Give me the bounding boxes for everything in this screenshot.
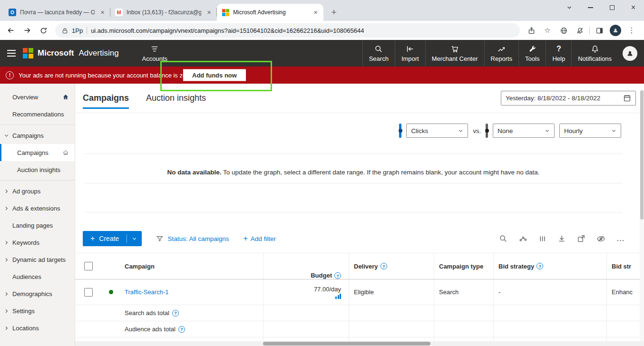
nav-tools[interactable]: Tools — [518, 40, 546, 67]
add-funds-button[interactable]: Add funds now — [183, 69, 246, 81]
reload-icon[interactable] — [36, 23, 50, 38]
primary-metric-dropdown[interactable]: Clicks — [406, 124, 468, 138]
interval-dropdown[interactable]: Hourly — [559, 124, 621, 138]
menu-kebab-icon[interactable]: ⋮ — [625, 24, 638, 37]
browser-tab-gmail[interactable]: M Inbox (13,613) - f2lacunza@gma × — [110, 4, 217, 21]
browser-tab-microsoft-advertising[interactable]: Microsoft Advertising × — [217, 4, 323, 21]
column-label: Bid strategy — [498, 263, 534, 270]
nav-help[interactable]: ? Help — [546, 40, 571, 67]
create-button[interactable]: + Create — [83, 231, 142, 246]
sidebar-item-settings[interactable]: Settings — [0, 302, 75, 319]
nav-notifications[interactable]: Notifications — [571, 40, 618, 67]
select-all-checkbox[interactable] — [84, 262, 93, 270]
create-split-chevron[interactable] — [127, 231, 142, 246]
search-icon[interactable] — [499, 234, 507, 243]
info-icon[interactable]: ? — [334, 272, 341, 279]
more-options-icon[interactable]: … — [616, 234, 625, 243]
browser-tab-outlook[interactable]: O Почта — lacunza freddy — Outl × — [4, 4, 110, 21]
accounts-button[interactable]: Accounts — [136, 40, 174, 67]
nav-reports[interactable]: Reports — [484, 40, 519, 67]
vertical-scrollbar-thumb[interactable] — [640, 90, 644, 220]
divider — [0, 180, 75, 181]
maximize-button[interactable] — [601, 0, 623, 15]
table-header-row: Campaign Budget ? Delivery ? Campaign ty… — [75, 253, 644, 279]
column-label: Budget — [311, 272, 332, 279]
forward-icon[interactable] — [20, 23, 34, 38]
bookmark-star-icon[interactable]: ☆ — [541, 24, 554, 37]
sidebar-item-ad-groups[interactable]: Ad groups — [0, 183, 75, 200]
sidebar-item-label: Ads & extensions — [12, 205, 60, 212]
info-icon[interactable]: ? — [381, 263, 387, 269]
sidebar-item-audiences[interactable]: Audiences — [0, 268, 75, 285]
new-tab-button[interactable]: + — [327, 6, 341, 19]
sidebar-item-demographics[interactable]: Demographics — [0, 285, 75, 302]
sidebar-item-ads-extensions[interactable]: Ads & extensions — [0, 200, 75, 217]
hamburger-menu-icon[interactable] — [0, 40, 23, 67]
hide-columns-icon[interactable] — [596, 234, 605, 243]
home-icon — [62, 94, 69, 100]
notifications-blocked-icon[interactable] — [573, 24, 586, 37]
date-range-picker[interactable]: Yesterday: 8/18/2022 - 8/18/2022 — [501, 91, 636, 106]
sidebar-item-locations[interactable]: Locations — [0, 319, 75, 336]
sidebar-item-recommendations[interactable]: Recommendations — [0, 106, 75, 123]
columns-icon[interactable] — [538, 235, 546, 243]
table-total-row: Search ads total ? — [75, 305, 644, 321]
sidebar-item-dynamic-ad-targets[interactable]: Dynamic ad targets — [0, 251, 75, 268]
tab-close-icon[interactable]: × — [98, 9, 107, 17]
browser-profile-avatar[interactable] — [609, 24, 622, 37]
account-avatar[interactable] — [623, 46, 637, 61]
column-header-bid-strategy[interactable]: Bid strategy ? — [493, 253, 606, 279]
info-icon[interactable]: ? — [172, 310, 179, 317]
expand-icon[interactable] — [577, 234, 585, 243]
side-panel-icon[interactable] — [593, 24, 606, 37]
mini-chart-icon[interactable] — [335, 294, 341, 299]
info-icon[interactable]: ? — [178, 326, 185, 333]
info-icon[interactable]: ? — [537, 263, 543, 269]
address-bar[interactable]: 1Pp ui.ads.microsoft.com/campaign/vnext/… — [55, 23, 520, 38]
sidebar-item-keywords[interactable]: Keywords — [0, 234, 75, 251]
add-filter-button[interactable]: + Add filter — [243, 235, 276, 242]
tab-title: Почта — lacunza freddy — Outl — [20, 9, 95, 16]
column-header-delivery[interactable]: Delivery ? — [349, 253, 434, 279]
tab-close-icon[interactable]: × — [205, 9, 213, 17]
nav-import[interactable]: Import — [395, 40, 425, 67]
dropdown-value: Clicks — [411, 127, 428, 135]
horizontal-scrollbar-thumb[interactable] — [263, 342, 430, 346]
column-header-bid-strategy-clipped[interactable]: Bid str — [606, 253, 644, 279]
sidebar-item-campaigns-group[interactable]: Campaigns — [0, 127, 75, 144]
minimize-button[interactable] — [580, 0, 601, 15]
brand-name: Microsoft — [38, 48, 74, 58]
tab-close-icon[interactable]: × — [312, 9, 320, 17]
sidebar-item-overview[interactable]: Overview — [0, 88, 75, 106]
delivery-value: Eligible — [354, 288, 374, 296]
globe-icon[interactable] — [557, 24, 570, 37]
sidebar-item-landing-pages[interactable]: Landing pages — [0, 217, 75, 234]
status-dot-enabled — [109, 290, 113, 294]
campaign-type-value: Search — [439, 288, 459, 296]
sidebar-item-auction-insights[interactable]: Auction insights — [0, 161, 75, 178]
chart-toggle-icon[interactable] — [518, 234, 527, 243]
plus-icon: + — [243, 235, 247, 242]
secondary-metric-dropdown[interactable]: None — [493, 124, 555, 138]
status-filter[interactable]: Status: All campaigns — [156, 235, 229, 242]
close-button[interactable]: × — [623, 0, 644, 15]
nav-search[interactable]: Search — [362, 40, 395, 67]
column-header-campaign[interactable]: Campaign — [120, 253, 263, 279]
chevron-right-icon — [4, 206, 12, 211]
sidebar-item-campaigns[interactable]: Campaigns — [0, 144, 75, 161]
column-header-campaign-type[interactable]: Campaign type — [434, 253, 493, 279]
column-header-budget[interactable]: Budget ? — [263, 253, 349, 279]
nav-merchant-center[interactable]: Merchant Center — [425, 40, 484, 67]
window-menu-chevron-icon[interactable] — [558, 0, 580, 15]
filter-funnel-icon — [156, 235, 164, 242]
browser-tabstrip: O Почта — lacunza freddy — Outl × M Inbo… — [0, 0, 644, 21]
nav-label: Help — [552, 55, 565, 62]
plus-icon: + — [90, 235, 95, 242]
row-checkbox[interactable] — [84, 288, 93, 297]
share-icon[interactable] — [525, 24, 538, 37]
campaign-link[interactable]: Traffic-Search-1 — [125, 288, 168, 296]
tab-campaigns[interactable]: Campaigns — [83, 84, 129, 113]
tab-auction-insights[interactable]: Auction insights — [146, 84, 206, 113]
back-icon[interactable] — [4, 23, 18, 38]
download-icon[interactable] — [557, 234, 566, 243]
